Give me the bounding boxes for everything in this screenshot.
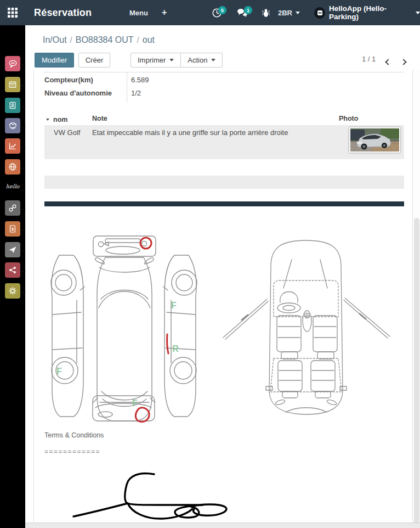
- svg-text:$: $: [12, 227, 14, 232]
- sidebar-item-contacts[interactable]: ...: [0, 98, 25, 116]
- debug-bug-icon[interactable]: [262, 0, 270, 25]
- sidebar-item-hello[interactable]: hello ...: [0, 181, 25, 200]
- truncated-label: ...: [21, 187, 27, 192]
- marker-rear-bumper: F: [132, 398, 138, 408]
- breadcrumb-in-out[interactable]: In/Out: [43, 35, 67, 44]
- sidebar-item-settings[interactable]: ...: [0, 283, 25, 302]
- truncated-label: ...: [21, 268, 27, 273]
- marker-rear-right: R: [172, 344, 179, 353]
- handshake-icon: [5, 118, 20, 133]
- address-book-icon: [5, 98, 20, 113]
- bottom-strip: [25, 523, 420, 528]
- table-row[interactable]: VW Golf Etat impeccable mais il y a une …: [44, 125, 404, 159]
- breadcrumb-record[interactable]: BO88384 OUT: [76, 35, 134, 44]
- modifier-button[interactable]: Modifier: [35, 53, 74, 68]
- chevron-down-icon: [416, 12, 420, 14]
- sidebar-item-dashboard[interactable]: ...: [0, 138, 25, 157]
- scrollbar-thumb[interactable]: [414, 218, 419, 528]
- vertical-scrollbar[interactable]: [412, 70, 420, 528]
- vw-golf-photo-image: [350, 128, 399, 151]
- divider: [127, 72, 127, 103]
- pager-previous-button[interactable]: [386, 57, 390, 66]
- user-avatar: [314, 7, 325, 19]
- user-menu[interactable]: HelloApp (Hello-Parking): [314, 0, 420, 25]
- field-value-autonomie: 1/2: [131, 89, 141, 97]
- app-title: Réservation: [34, 0, 92, 25]
- chevron-down-icon: [296, 12, 300, 14]
- sort-desc-icon: [46, 119, 49, 121]
- empty-list-row: [44, 176, 404, 189]
- apps-grid-icon[interactable]: [7, 0, 18, 25]
- signature-image: [66, 468, 319, 523]
- app-sidebar: ... ... ...: [0, 25, 25, 528]
- chevron-down-icon: [169, 59, 174, 61]
- damage-line-rear-right-door: [167, 334, 168, 353]
- column-header-note[interactable]: Note: [92, 115, 107, 122]
- truncated-label: ...: [21, 123, 27, 128]
- breadcrumb-separator: /: [67, 35, 76, 44]
- marker-front-right: F: [171, 301, 177, 310]
- truncated-label: ...: [21, 103, 27, 108]
- activity-badge: 5: [218, 6, 226, 14]
- cell-nom: VW Golf: [54, 128, 80, 137]
- sidebar-item-share[interactable]: ...: [0, 262, 25, 281]
- sidebar-item-crm[interactable]: ...: [0, 118, 25, 137]
- truncated-label: ...: [21, 165, 27, 170]
- sidebar-item-calendar[interactable]: ...: [0, 77, 25, 96]
- field-label-compteur: Compteur(km): [44, 76, 93, 84]
- pager-value: 1 / 1: [362, 55, 376, 63]
- divider: [44, 72, 404, 72]
- action-dropdown[interactable]: Action: [181, 53, 223, 68]
- sidebar-item-website[interactable]: ...: [0, 159, 25, 178]
- creer-button[interactable]: Créer: [78, 53, 111, 68]
- field-label-autonomie: Niveau d'autonomie: [44, 89, 112, 97]
- pager-next-button[interactable]: [401, 57, 406, 66]
- truncated-label: ...: [21, 227, 27, 232]
- calendar-icon: [5, 77, 20, 92]
- truncated-label: ...: [21, 248, 27, 252]
- chain-link-icon: [5, 200, 20, 216]
- imprimer-dropdown[interactable]: Imprimer: [130, 53, 181, 68]
- sidebar-item-invoicing[interactable]: $ ...: [0, 221, 25, 240]
- paper-plane-icon: [5, 242, 20, 257]
- plus-button[interactable]: +: [162, 0, 167, 25]
- messages-badge: 1: [244, 6, 252, 14]
- column-header-photo[interactable]: Photo: [339, 115, 358, 122]
- globe-icon: [5, 159, 20, 175]
- gear-icon: [5, 283, 20, 299]
- breadcrumb: In/Out/BO88384 OUT/out: [43, 35, 155, 45]
- sidebar-item-discuss[interactable]: ...: [0, 56, 25, 75]
- share-nodes-icon: [5, 262, 20, 278]
- chat-bubble-icon: [5, 56, 20, 71]
- breadcrumb-active: out: [143, 35, 155, 44]
- truncated-label: ...: [21, 82, 27, 87]
- car-exterior-diagram: F R F F: [47, 232, 201, 425]
- marker-left-wheel: F: [56, 367, 62, 376]
- column-header-nom[interactable]: nom: [46, 114, 67, 124]
- report-divider-bar: [44, 201, 404, 206]
- breadcrumb-separator: /: [134, 35, 143, 44]
- truncated-label: ...: [21, 289, 27, 294]
- company-name: 2BR: [278, 9, 292, 17]
- menu-dropdown[interactable]: Menu: [129, 0, 148, 25]
- top-navbar: Réservation Menu + 5 1 2BR: [0, 0, 420, 25]
- company-switcher[interactable]: 2BR: [278, 0, 300, 25]
- dropdown-buttons: ImprimerAction: [130, 53, 223, 68]
- sidebar-item-mailing[interactable]: ...: [0, 242, 25, 261]
- truncated-label: ...: [21, 206, 27, 211]
- car-interior-diagram: [220, 233, 393, 420]
- hello-script-logo: hello: [3, 183, 22, 189]
- field-value-compteur: 6.589: [131, 76, 149, 84]
- action-buttons: Modifier Créer: [35, 53, 110, 68]
- terms-title: Terms & Conditions: [44, 431, 104, 439]
- action-label: Action: [188, 56, 207, 64]
- invoice-dollar-icon: $: [5, 221, 20, 237]
- vehicle-photo[interactable]: [349, 127, 400, 153]
- truncated-label: ...: [21, 144, 27, 149]
- form-sheet: Compteur(km) 6.589 Niveau d'autonomie 1/…: [33, 70, 413, 523]
- user-name: HelloApp (Hello-Parking): [329, 4, 412, 21]
- cell-note: Etat impeccable mais il y a une griffe s…: [92, 128, 328, 137]
- line-chart-icon: [5, 138, 20, 154]
- sidebar-item-link[interactable]: ...: [0, 200, 25, 219]
- terms-separator: ============: [44, 448, 100, 456]
